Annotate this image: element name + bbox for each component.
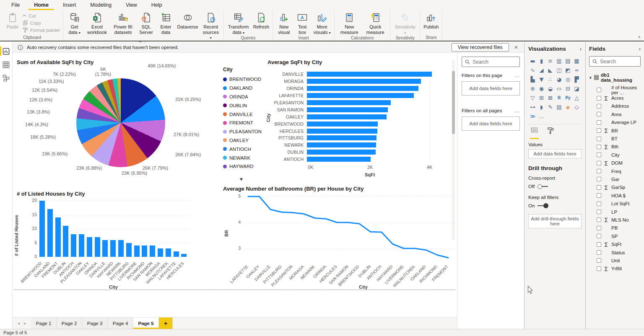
bar[interactable] bbox=[307, 107, 388, 112]
tab-insert[interactable]: Insert bbox=[57, 0, 81, 10]
dataverse-button[interactable]: Dataverse bbox=[176, 11, 200, 30]
tab-page-5[interactable]: Page 5 bbox=[133, 318, 159, 329]
field-checkbox[interactable] bbox=[597, 234, 601, 238]
avg-br-line-visual[interactable]: Average Number of bathrooms (BR) per Hou… bbox=[216, 185, 457, 293]
cross-report-toggle[interactable]: Off bbox=[528, 184, 582, 189]
bar[interactable] bbox=[307, 72, 432, 77]
column[interactable] bbox=[110, 240, 116, 257]
tab-page-3[interactable]: Page 3 bbox=[82, 318, 108, 329]
filters-page-dropzone[interactable]: Add data fields here bbox=[462, 81, 520, 96]
field-checkbox[interactable] bbox=[597, 217, 601, 222]
paste-button[interactable]: Paste bbox=[3, 11, 22, 30]
field-row[interactable]: Address bbox=[589, 102, 641, 110]
field-checkbox[interactable] bbox=[597, 152, 601, 157]
field-row[interactable]: SP bbox=[589, 232, 641, 240]
arcgis-map-icon[interactable]: ◈ bbox=[564, 102, 572, 111]
field-row[interactable]: ∑YrBlt bbox=[589, 265, 641, 273]
field-row[interactable]: ∑BR bbox=[589, 127, 641, 134]
column[interactable] bbox=[158, 248, 163, 257]
pie-visual[interactable]: Sum of Available SqFt by City 49K (14.65… bbox=[14, 57, 266, 183]
line-series[interactable] bbox=[242, 194, 454, 260]
metrics-icon[interactable]: △ bbox=[572, 93, 581, 102]
fields-search[interactable] bbox=[589, 56, 641, 67]
bar-row[interactable]: ORINDA bbox=[270, 85, 450, 92]
legend-item[interactable]: FREMONT bbox=[223, 119, 262, 127]
bar[interactable] bbox=[307, 93, 414, 98]
field-checkbox[interactable] bbox=[597, 202, 601, 206]
slicer-icon[interactable]: ▽ bbox=[528, 93, 537, 102]
waterfall-chart-icon[interactable]: ▙ bbox=[528, 75, 537, 84]
clustered-bar-chart-icon[interactable]: ≡ bbox=[546, 56, 555, 65]
column[interactable] bbox=[126, 243, 132, 257]
100-stacked-column-chart-icon[interactable]: ▦ bbox=[572, 56, 581, 65]
field-checkbox[interactable] bbox=[597, 112, 601, 116]
bar-row[interactable]: MORAGA bbox=[270, 78, 450, 85]
field-row[interactable]: Gar bbox=[589, 175, 641, 183]
field-row[interactable]: LP bbox=[589, 208, 641, 216]
keep-filters-toggle[interactable]: On bbox=[528, 203, 582, 208]
collapse-pane-icon[interactable]: › bbox=[580, 46, 582, 52]
power-automate-icon[interactable]: ≫ bbox=[528, 111, 537, 121]
column[interactable] bbox=[174, 251, 179, 257]
avg-sqft-bar-visual[interactable]: Average SqFt by City DANVILLE MORAGA ORI… bbox=[266, 57, 455, 181]
column[interactable] bbox=[55, 217, 61, 257]
tab-modeling[interactable]: Modeling bbox=[85, 0, 117, 10]
fields-search-input[interactable] bbox=[600, 59, 637, 65]
bar-row[interactable]: NEWARK bbox=[270, 142, 450, 149]
column[interactable] bbox=[142, 246, 147, 257]
new-page-button[interactable]: + bbox=[159, 318, 173, 329]
matrix-icon[interactable]: ⊠ bbox=[546, 93, 555, 102]
bar-row[interactable]: PITTSBURG bbox=[270, 134, 450, 142]
field-row[interactable]: ∑Acres bbox=[589, 94, 641, 102]
smart-narrative-icon[interactable]: ✎ bbox=[546, 102, 555, 111]
field-checkbox[interactable] bbox=[597, 128, 601, 133]
filters-all-dropzone[interactable]: Add data fields here bbox=[462, 116, 520, 131]
bar-row[interactable]: BRENTWOOD bbox=[270, 120, 450, 127]
legend-item[interactable]: ORINDA bbox=[223, 93, 262, 101]
bar[interactable] bbox=[307, 142, 376, 147]
scatter-chart-icon[interactable]: ∴ bbox=[546, 75, 555, 84]
field-checkbox[interactable] bbox=[597, 209, 601, 214]
gauge-icon[interactable]: ◒ bbox=[546, 84, 555, 93]
tab-page-2[interactable]: Page 2 bbox=[57, 318, 82, 329]
cut-button[interactable]: ✂Cut bbox=[23, 13, 60, 18]
more-visuals-button[interactable]: More visuals ▾ bbox=[312, 11, 332, 35]
field-row[interactable]: HOA $ bbox=[589, 191, 641, 199]
decomposition-tree-icon[interactable]: ⊶ bbox=[528, 102, 537, 111]
field-row[interactable]: Area bbox=[589, 110, 641, 118]
area-chart-icon[interactable]: ◢ bbox=[537, 65, 546, 75]
funnel-chart-icon[interactable]: ▼ bbox=[537, 75, 546, 84]
bar[interactable] bbox=[307, 86, 418, 91]
publish-button[interactable]: Publish bbox=[422, 11, 440, 30]
column[interactable] bbox=[181, 254, 187, 257]
field-row[interactable]: Status bbox=[589, 248, 641, 256]
bar-row[interactable]: DUBLIN bbox=[270, 149, 450, 156]
field-checkbox[interactable] bbox=[597, 104, 601, 109]
next-page-icon[interactable]: ▸ bbox=[24, 321, 26, 326]
paginated-report-icon[interactable]: ▤ bbox=[555, 102, 564, 111]
field-row[interactable]: ∑DOM bbox=[589, 159, 641, 167]
field-row[interactable]: City bbox=[589, 151, 641, 159]
new-measure-button[interactable]: New measure bbox=[336, 11, 362, 35]
bar[interactable] bbox=[307, 129, 377, 134]
column[interactable] bbox=[63, 226, 68, 257]
sensitivity-button[interactable]: Sensitivity ▾ bbox=[392, 11, 418, 35]
report-canvas[interactable]: Sum of Available SqFt by City 49K (14.65… bbox=[13, 42, 457, 317]
tab-home[interactable]: Home bbox=[29, 0, 54, 10]
refresh-button[interactable]: Refresh bbox=[252, 11, 271, 30]
field-row[interactable]: Freq bbox=[589, 167, 641, 175]
get-more-visuals-icon[interactable]: … bbox=[537, 111, 546, 121]
bar[interactable] bbox=[307, 100, 391, 105]
expand-chevron-icon[interactable]: ∨ bbox=[589, 76, 592, 80]
column[interactable] bbox=[166, 248, 171, 257]
column[interactable] bbox=[134, 246, 140, 257]
copy-button[interactable]: Copy bbox=[23, 20, 60, 26]
column[interactable] bbox=[102, 240, 108, 257]
enter-data-button[interactable]: Enter data bbox=[156, 11, 176, 35]
qa-visual-icon[interactable]: ◗ bbox=[537, 102, 546, 111]
field-row[interactable]: Lot SqFt bbox=[589, 199, 641, 207]
column[interactable] bbox=[95, 237, 100, 257]
legend-item[interactable]: DUBLIN bbox=[223, 101, 262, 110]
bar[interactable] bbox=[307, 135, 377, 140]
fields-tab[interactable] bbox=[530, 125, 539, 139]
